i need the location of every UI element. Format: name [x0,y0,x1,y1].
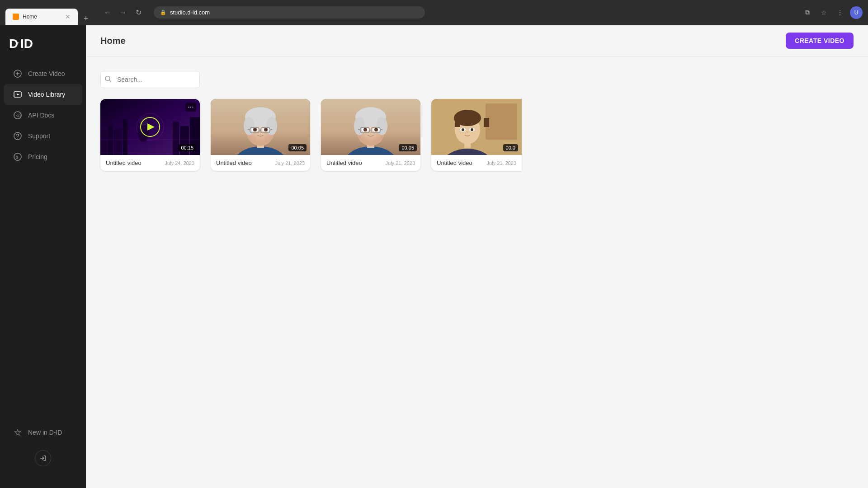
video-duration-4: 00:0 [503,144,518,151]
svg-text:$: $ [16,155,19,160]
svg-point-53 [363,128,367,131]
video-card-4[interactable]: 00:0 Untitled video July 21, 2023 [431,99,522,171]
browser-tabs: Home ✕ + [5,0,92,25]
svg-rect-17 [100,131,107,155]
svg-point-72 [471,128,473,131]
svg-point-49 [354,117,365,135]
bookmark-btn[interactable]: ☆ [817,6,830,19]
video-info-4: Untitled video July 21, 2023 [431,155,522,171]
svg-point-34 [266,117,277,135]
lock-icon: 🔒 [160,9,166,15]
svg-point-33 [244,117,255,135]
video-card-1[interactable]: ··· 00:15 Untitled video July 24, 2023 [100,99,200,171]
logo-svg: D · ID [9,36,36,51]
content-area: ··· 00:15 Untitled video July 24, 2023 [86,56,868,185]
plus-icon [13,69,23,79]
api-docs-icon: </> [13,110,23,120]
sidebar-item-new-in-did[interactable]: New in D-ID [4,422,82,443]
extensions-btn[interactable]: ⧉ [801,6,814,19]
play-icon-1 [147,123,155,131]
sidebar-item-label-support: Support [28,132,50,140]
video-thumb-2: 00:05 [211,99,310,155]
top-bar: Home CREATE VIDEO [86,25,868,56]
sidebar-item-support[interactable]: Support [4,126,82,146]
play-overlay-1 [140,117,160,137]
video-title-2: Untitled video [216,160,252,166]
video-card-3[interactable]: 00:05 Untitled video July 21, 2023 [321,99,420,171]
new-tab-btn[interactable]: + [80,12,92,25]
tab-label: Home [23,14,37,20]
video-more-btn-1[interactable]: ··· [185,103,196,112]
app-layout: D · ID Create Video Video Library </> AP… [0,25,868,488]
svg-text:·: · [17,39,19,47]
sidebar-item-api-docs[interactable]: </> API Docs [4,105,82,126]
video-title-4: Untitled video [437,160,472,166]
tab-favicon [13,14,19,20]
sidebar: D · ID Create Video Video Library </> AP… [0,25,86,488]
main-content: Home CREATE VIDEO [86,25,868,488]
svg-rect-67 [455,118,460,127]
video-thumb-4: 00:0 [431,99,522,155]
svg-point-54 [374,128,378,131]
back-btn[interactable]: ← [101,6,114,19]
svg-line-15 [109,80,111,82]
svg-rect-62 [486,103,517,140]
video-duration-1: 00:15 [178,144,196,151]
tab-close-btn[interactable]: ✕ [65,13,71,20]
svg-point-71 [462,128,464,131]
svg-rect-18 [108,124,113,155]
svg-marker-7 [17,94,19,95]
sidebar-item-label-video-library: Video Library [28,91,65,98]
sidebar-item-label-new-in-did: New in D-ID [28,429,62,436]
svg-point-38 [264,128,268,131]
support-icon [13,131,23,141]
video-info-3: Untitled video July 21, 2023 [321,155,420,171]
profile-avatar[interactable]: U [850,6,863,19]
browser-chrome: Home ✕ + ← → ↻ 🔒 studio.d-id.com ⧉ ☆ ⋮ U [0,0,868,25]
video-duration-2: 00:05 [288,144,307,151]
svg-rect-20 [123,119,127,155]
video-thumb-1: ··· 00:15 [100,99,200,155]
browser-actions: ⧉ ☆ ⋮ U [801,6,863,19]
video-date-4: July 21, 2023 [487,160,516,166]
sidebar-item-video-library[interactable]: Video Library [4,84,82,105]
svg-text:ID: ID [20,37,33,51]
svg-point-11 [17,138,18,139]
address-text: studio.d-id.com [170,9,210,16]
video-grid: ··· 00:15 Untitled video July 24, 2023 [100,99,854,171]
search-icon [105,76,111,84]
sidebar-item-label-api-docs: API Docs [28,112,54,119]
svg-text:</>: </> [16,113,22,118]
pricing-icon: $ [13,152,23,162]
forward-btn[interactable]: → [117,6,129,19]
sidebar-item-create-video[interactable]: Create Video [4,63,82,84]
sidebar-item-pricing[interactable]: $ Pricing [4,146,82,167]
refresh-btn[interactable]: ↻ [132,6,145,19]
search-container [100,71,200,88]
settings-btn[interactable]: ⋮ [834,6,846,19]
video-date-2: July 21, 2023 [275,160,305,166]
video-info-2: Untitled video July 21, 2023 [211,155,310,171]
svg-point-37 [253,128,257,131]
video-info-1: Untitled video July 24, 2023 [100,155,200,171]
video-title-3: Untitled video [326,160,362,166]
create-video-button[interactable]: CREATE VIDEO [786,33,854,49]
video-title-1: Untitled video [106,160,142,166]
video-date-1: July 24, 2023 [165,160,194,166]
svg-rect-68 [484,118,489,127]
video-date-3: July 21, 2023 [386,160,415,166]
search-input[interactable] [100,71,200,88]
sidebar-item-label-pricing: Pricing [28,153,47,160]
sidebar-item-label-create-video: Create Video [28,70,65,77]
sparkle-icon [13,427,23,437]
browser-nav: ← → ↻ [96,6,150,19]
video-thumb-3: 00:05 [321,99,420,155]
svg-rect-19 [114,128,122,155]
video-card-2[interactable]: 00:05 Untitled video July 21, 2023 [211,99,310,171]
video-duration-3: 00:05 [399,144,417,151]
active-tab[interactable]: Home ✕ [5,9,78,25]
page-title: Home [100,36,126,46]
svg-point-50 [377,117,387,135]
logout-button[interactable] [35,450,51,466]
address-bar[interactable]: 🔒 studio.d-id.com [154,6,425,19]
